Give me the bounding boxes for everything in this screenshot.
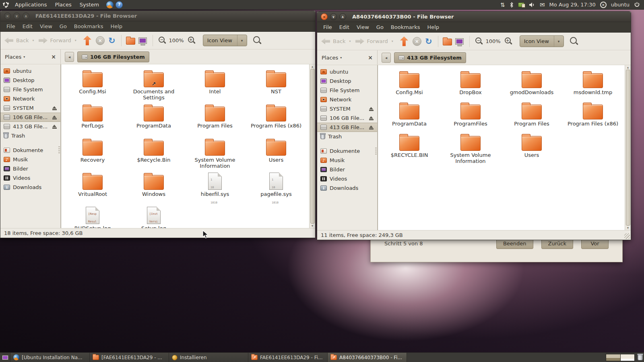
chevron-down-icon[interactable]	[237, 35, 243, 46]
forward-icon[interactable]	[355, 38, 364, 44]
back-icon[interactable]	[321, 38, 330, 44]
sidebar-item[interactable]: SYSTEM	[317, 104, 377, 113]
eject-icon[interactable]	[52, 106, 57, 110]
file-item[interactable]: msdownld.tmp	[562, 69, 623, 101]
refresh-icon[interactable]	[108, 36, 116, 45]
panel-menu[interactable]: System	[76, 0, 103, 10]
workspace-switcher[interactable]	[606, 354, 635, 361]
pane-splitter-grip[interactable]	[375, 148, 377, 155]
back-button[interactable]: Back	[16, 37, 29, 43]
scroll-down-icon[interactable]	[312, 224, 313, 228]
file-item[interactable]: 1 10 101 1010 pagefile.sys	[246, 171, 307, 205]
titlebar[interactable]: A840376640373B00 - File Browser	[317, 12, 631, 22]
close-button[interactable]	[4, 12, 11, 19]
sidebar-item[interactable]: 106 GB File...	[0, 113, 60, 122]
zoom-in-icon[interactable]	[505, 37, 511, 43]
ubuntu-logo-icon[interactable]	[2, 1, 9, 8]
eject-icon[interactable]	[369, 107, 374, 111]
menu-item[interactable]: Edit	[336, 24, 353, 30]
file-item[interactable]: Recovery	[62, 137, 123, 171]
firefox-launcher-icon[interactable]	[106, 1, 114, 8]
search-icon[interactable]	[253, 36, 260, 43]
view-mode-dropdown[interactable]: Icon View	[520, 35, 564, 47]
chevron-down-icon[interactable]	[554, 36, 560, 47]
refresh-icon[interactable]	[425, 37, 432, 46]
menu-item[interactable]: View	[36, 23, 56, 29]
sidebar-item[interactable]: 413 GB File...	[317, 123, 377, 132]
sidebar-item[interactable]: 413 GB File...	[0, 122, 60, 131]
back-history-chevron-icon[interactable]	[33, 39, 34, 42]
sidebar-item[interactable]: Desktop	[0, 76, 60, 85]
power-icon[interactable]	[634, 2, 640, 8]
help-launcher-icon[interactable]	[116, 1, 123, 8]
places-chevron-icon[interactable]	[23, 55, 25, 59]
volume-icon[interactable]	[529, 2, 535, 8]
bluetooth-icon[interactable]	[510, 2, 514, 8]
computer-icon[interactable]	[139, 38, 147, 43]
sidebar-item[interactable]: Bilder	[0, 164, 60, 173]
places-chevron-icon[interactable]	[340, 56, 342, 60]
file-view[interactable]: Config.Msi Documents and Settings	[61, 64, 315, 228]
back-history-chevron-icon[interactable]	[349, 39, 351, 43]
clock[interactable]: Mo Aug 29, 17:30	[549, 2, 596, 8]
sidebar-item[interactable]: Dokumente	[317, 146, 377, 156]
sidebar-item[interactable]: Videos	[317, 174, 377, 183]
vertical-scrollbar[interactable]	[309, 64, 315, 228]
menu-item[interactable]: View	[353, 24, 373, 30]
sidebar-item[interactable]: ubuntu	[317, 67, 377, 76]
forward-history-chevron-icon[interactable]	[392, 39, 393, 43]
file-item[interactable]: ProgramData	[379, 101, 440, 132]
sidebar-item[interactable]: Videos	[0, 173, 60, 183]
sidebar-item[interactable]: 106 GB File...	[317, 113, 377, 123]
file-item[interactable]: Program Files	[501, 101, 562, 132]
sidebar-item[interactable]: Musik	[0, 155, 60, 164]
file-item[interactable]: Windows	[123, 171, 184, 205]
maximize-button[interactable]	[23, 12, 29, 19]
stop-icon[interactable]	[96, 36, 105, 45]
maximize-button[interactable]	[339, 13, 346, 20]
file-item[interactable]: Intel	[184, 68, 246, 103]
taskbar-task[interactable]: FAE6141EE613DA29 - Fi...	[248, 353, 328, 362]
file-item[interactable]: NST	[246, 68, 307, 103]
trash-applet-icon[interactable]	[638, 354, 643, 360]
stop-icon[interactable]	[413, 37, 421, 46]
file-item[interactable]: DropBox	[440, 69, 501, 101]
minimize-button[interactable]	[330, 13, 337, 20]
path-back-icon[interactable]	[65, 52, 74, 62]
file-item[interactable]: [Inst Versi File= [Resp Setup.log	[123, 205, 184, 228]
scroll-down-icon[interactable]	[627, 226, 629, 230]
taskbar-task[interactable]: [Ubuntu Installation Na...	[10, 353, 90, 362]
menu-item[interactable]: Go	[373, 24, 387, 30]
forward-history-chevron-icon[interactable]	[75, 39, 76, 42]
resize-grip[interactable]	[624, 233, 630, 239]
file-item[interactable]: Users	[501, 132, 562, 163]
scroll-up-icon[interactable]	[312, 65, 313, 68]
sidebar-item[interactable]: Trash	[317, 132, 377, 141]
eject-icon[interactable]	[52, 125, 57, 129]
menu-item[interactable]: File	[320, 24, 336, 30]
eject-icon[interactable]	[52, 115, 57, 119]
file-item[interactable]: Documents and Settings	[123, 68, 184, 103]
panel-menu[interactable]: Places	[51, 0, 75, 10]
zoom-out-icon[interactable]	[475, 37, 481, 43]
view-mode-dropdown[interactable]: Icon View	[203, 35, 248, 46]
session-user[interactable]: ubuntu	[611, 2, 630, 8]
workspace-2[interactable]	[621, 354, 635, 361]
menu-item[interactable]: Bookmarks	[387, 24, 424, 30]
file-item[interactable]: System Volume Information	[184, 137, 246, 171]
scroll-up-icon[interactable]	[627, 66, 629, 69]
sidebar-item[interactable]: Downloads	[317, 183, 377, 193]
vertical-scrollbar[interactable]	[625, 65, 631, 230]
sidebar-item[interactable]: Network	[317, 95, 377, 104]
location-button[interactable]: 413 GB Filesystem	[394, 52, 466, 63]
sidebar-item[interactable]: Trash	[0, 131, 60, 140]
file-item[interactable]: ProgramFiles	[440, 101, 501, 132]
file-item[interactable]: Program Files (x86)	[246, 103, 307, 137]
eject-icon[interactable]	[369, 125, 374, 130]
eject-icon[interactable]	[369, 116, 374, 120]
sidebar-item[interactable]: Network	[0, 94, 60, 103]
file-item[interactable]: Program Files (x86)	[562, 101, 623, 132]
file-item[interactable]: ProgramData	[123, 103, 184, 137]
file-item[interactable]: Users	[246, 137, 307, 171]
places-close-icon[interactable]	[368, 54, 373, 61]
